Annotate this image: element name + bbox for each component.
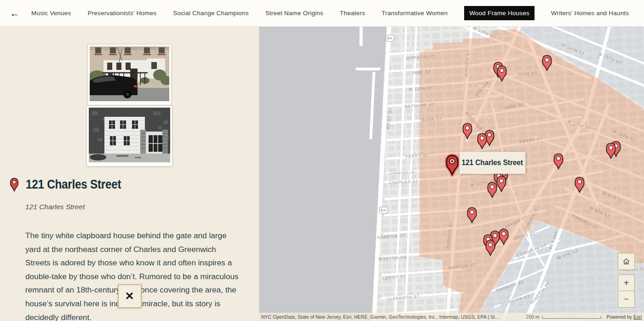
photo-color-house — [87, 44, 172, 105]
scale-bar: 200 m — [526, 314, 601, 320]
tab-list: Music VenuesPreservationists' HomesSocia… — [31, 6, 629, 20]
map-canvas[interactable]: HORATIO STJANE STW 12TH STBETHUNE STBANK… — [259, 27, 644, 321]
home-icon — [622, 257, 631, 266]
back-arrow-icon[interactable]: ← — [6, 8, 23, 18]
route-9a-shield: 9A — [386, 35, 394, 41]
attribution-text: NYC OpenData, State of New Jersey, Esri,… — [261, 314, 500, 320]
close-button[interactable]: ✕ — [118, 284, 142, 308]
tour-point-pin-icon — [9, 178, 19, 192]
zoom-in-button[interactable]: + — [618, 275, 635, 291]
nav-tab-social-change-champions[interactable]: Social Change Champions — [173, 10, 248, 17]
nav-tab-transformative-women[interactable]: Transformative Women — [382, 10, 448, 17]
zoom-controls: + − — [618, 275, 635, 308]
nav-tab-writers-homes-and-haunts[interactable]: Writers' Homes and Haunts — [551, 10, 629, 17]
nav-tab-wood-frame-houses[interactable]: Wood Frame Houses — [464, 6, 535, 20]
tooltip-label: 121 Charles Street — [462, 158, 523, 167]
nav-tab-street-name-origins[interactable]: Street Name Origins — [265, 10, 323, 17]
nav-tab-music-venues[interactable]: Music Venues — [31, 10, 71, 17]
close-icon: ✕ — [125, 291, 134, 302]
tour-point-panel: 121 Charles Street 121 Charles Street Th… — [0, 27, 259, 321]
route-9a-shield: 9A — [380, 207, 388, 213]
basemap-svg: HORATIO STJANE STW 12TH STBETHUNE STBANK… — [259, 27, 644, 321]
powered-by: Powered by Esri — [607, 314, 642, 320]
scale-bar-line — [542, 316, 601, 319]
photo-bw-house — [86, 105, 172, 166]
home-extent-button[interactable] — [618, 253, 635, 270]
zoom-out-button[interactable]: − — [618, 291, 635, 308]
map-tooltip[interactable]: 121 Charles Street — [460, 152, 525, 174]
scale-label: 200 m — [526, 314, 539, 320]
tour-point-subtitle: 121 Charles Street — [25, 203, 85, 211]
esri-link[interactable]: Esri — [633, 314, 642, 320]
nav-tab-preservationists-homes[interactable]: Preservationists' Homes — [87, 10, 156, 17]
hudson-river — [259, 27, 386, 321]
svg-text:9A: 9A — [381, 208, 387, 212]
nav-tab-theaters[interactable]: Theaters — [340, 10, 365, 17]
story-tabs-bar: ← Music VenuesPreservationists' HomesSoc… — [0, 0, 644, 27]
photo-stack — [0, 44, 259, 166]
svg-text:9A: 9A — [387, 36, 393, 40]
map-attribution-bar: NYC OpenData, State of New Jersey, Esri,… — [259, 313, 644, 321]
page-title: 121 Charles Street — [26, 178, 121, 192]
